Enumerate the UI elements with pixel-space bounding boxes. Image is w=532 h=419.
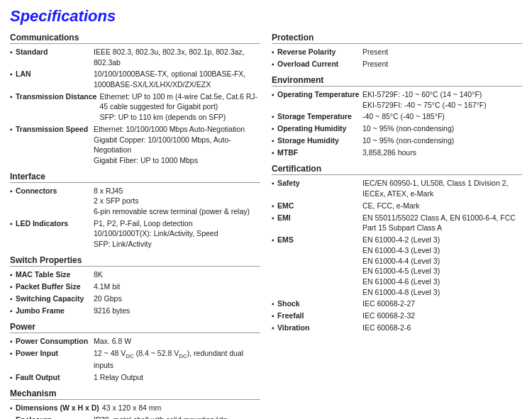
bullet: ▪ xyxy=(10,349,16,359)
bullet: ▪ xyxy=(272,201,277,211)
list-item: ▪ EMS EN 61000-4-2 (Level 3)EN 61000-4-3… xyxy=(272,235,522,297)
section-certification: Certification xyxy=(272,164,522,175)
spec-value: 8 x RJ452 x SFP ports6-pin removable scr… xyxy=(94,186,260,217)
spec-value: 10 ~ 95% (non-condensing) xyxy=(362,135,522,146)
bullet: ▪ xyxy=(10,69,16,79)
spec-label: Storage Humidity xyxy=(277,135,362,146)
bullet: ▪ xyxy=(10,125,16,135)
power-list: ▪ Power Consumption Max. 6.8 W ▪ Power I… xyxy=(10,336,260,383)
list-item: ▪ Switching Capacity 20 Gbps xyxy=(10,294,260,304)
spec-value: 10/100/1000BASE-TX, optional 100BASE-FX,… xyxy=(94,69,260,89)
bullet: ▪ xyxy=(272,299,277,309)
columns: Communications ▪ Standard IEEE 802.3, 80… xyxy=(10,33,522,419)
bullet: ▪ xyxy=(10,282,16,292)
spec-value: 12 ~ 48 VDC (8.4 ~ 52.8 VDC), redundant … xyxy=(94,348,260,371)
list-item: ▪ EMC CE, FCC, e-Mark xyxy=(272,201,522,211)
bullet: ▪ xyxy=(10,373,16,383)
spec-value: Ethernet: UP to 100 m (4-wire Cat.5e, Ca… xyxy=(99,91,260,123)
list-item: ▪ Transmission Speed Ethernet: 10/100/10… xyxy=(10,124,260,166)
list-item: ▪ Freefall IEC 60068-2-32 xyxy=(272,311,522,321)
page-title: Specifications xyxy=(10,7,522,26)
spec-value: 4.1M bit xyxy=(94,281,260,292)
spec-label: Power Input xyxy=(16,348,94,359)
spec-value: CE, FCC, e-Mark xyxy=(362,201,522,211)
list-item: ▪ Safety IEC/EN 60950-1, UL508, Class 1 … xyxy=(272,178,522,199)
bullet: ▪ xyxy=(10,48,16,57)
bullet: ▪ xyxy=(272,311,277,321)
section-switch-properties: Switch Properties xyxy=(10,255,260,267)
main-content: Specifications Communications ▪ Standard… xyxy=(0,0,532,419)
bullet: ▪ xyxy=(272,48,277,57)
spec-value: IEC 60068-2-27 xyxy=(362,298,522,309)
spec-label: Enclosure xyxy=(16,415,94,419)
section-communications: Communications xyxy=(10,33,260,44)
list-item: ▪ Enclosure IP30, metal shell with solid… xyxy=(10,415,260,419)
bullet: ▪ xyxy=(10,337,16,347)
spec-label: MTBF xyxy=(277,147,362,158)
spec-label: Safety xyxy=(277,178,362,189)
list-item: ▪ Jumbo Frame 9216 bytes xyxy=(10,306,260,316)
communications-list: ▪ Standard IEEE 802.3, 802.3u, 802.3x, 8… xyxy=(10,47,260,166)
bullet: ▪ xyxy=(10,294,16,304)
spec-label: EMI xyxy=(277,213,362,223)
list-item: ▪ MAC Table Size 8K xyxy=(10,269,260,280)
list-item: ▪ Dimensions (W x H x D) 43 x 120 x 84 m… xyxy=(10,403,260,413)
spec-value: Present xyxy=(362,47,522,57)
spec-value: P1, P2, P-Fail, Loop detection10/100/100… xyxy=(94,218,260,250)
spec-value: -40 ~ 85°C (-40 ~ 185°F) xyxy=(362,111,522,122)
spec-label: Vibration xyxy=(277,323,362,333)
spec-label: Jumbo Frame xyxy=(16,306,94,316)
spec-value: IEC 60068-2-32 xyxy=(362,311,522,321)
spec-label: Switching Capacity xyxy=(16,294,94,304)
list-item: ▪ Fault Output 1 Relay Output xyxy=(10,372,260,383)
environment-list: ▪ Operating Temperature EKI-5729F: -10 ~… xyxy=(272,89,522,158)
bullet: ▪ xyxy=(10,415,16,419)
list-item: ▪ Power Input 12 ~ 48 VDC (8.4 ~ 52.8 VD… xyxy=(10,348,260,371)
bullet: ▪ xyxy=(10,270,16,280)
bullet: ▪ xyxy=(272,90,277,100)
list-item: ▪ MTBF 3,858,286 hours xyxy=(272,147,522,158)
spec-label: Operating Temperature xyxy=(277,89,362,100)
section-interface: Interface xyxy=(10,172,260,183)
bullet: ▪ xyxy=(272,235,277,245)
spec-label: MAC Table Size xyxy=(16,269,94,280)
spec-label: Transmission Distance xyxy=(16,91,99,102)
list-item: ▪ Operating Humidity 10 ~ 95% (non-conde… xyxy=(272,123,522,134)
bullet: ▪ xyxy=(10,92,16,102)
switch-list: ▪ MAC Table Size 8K ▪ Packet Buffer Size… xyxy=(10,269,260,316)
spec-label: Reverse Polarity xyxy=(277,47,362,57)
spec-label: EMS xyxy=(277,235,362,245)
spec-label: LED Indicators xyxy=(16,218,94,229)
spec-value: 8K xyxy=(94,269,260,280)
spec-value: Max. 6.8 W xyxy=(94,336,260,347)
bullet: ▪ xyxy=(272,124,277,134)
list-item: ▪ LED Indicators P1, P2, P-Fail, Loop de… xyxy=(10,218,260,250)
list-item: ▪ Standard IEEE 802.3, 802.3u, 802.3x, 8… xyxy=(10,47,260,67)
mechanism-list: ▪ Dimensions (W x H x D) 43 x 120 x 84 m… xyxy=(10,403,260,419)
section-mechanism: Mechanism xyxy=(10,389,260,400)
spec-value: 20 Gbps xyxy=(94,294,260,304)
list-item: ▪ Storage Temperature -40 ~ 85°C (-40 ~ … xyxy=(272,111,522,122)
spec-label: Connectors xyxy=(16,186,94,196)
bullet: ▪ xyxy=(10,219,16,229)
spec-value: 1 Relay Output xyxy=(94,372,260,383)
section-environment: Environment xyxy=(272,75,522,86)
list-item: ▪ Packet Buffer Size 4.1M bit xyxy=(10,281,260,292)
spec-label: Packet Buffer Size xyxy=(16,281,94,292)
bullet: ▪ xyxy=(10,306,16,316)
col-right: Protection ▪ Reverse Polarity Present ▪ … xyxy=(272,33,522,419)
spec-label: Dimensions (W x H x D) xyxy=(16,403,102,413)
bullet: ▪ xyxy=(272,136,277,146)
bullet: ▪ xyxy=(272,148,277,158)
spec-value: EN 55011/55022 Class A, EN 61000-6-4, FC… xyxy=(362,213,522,233)
list-item: ▪ Power Consumption Max. 6.8 W xyxy=(10,336,260,347)
spec-label: Freefall xyxy=(277,311,362,321)
certification-list: ▪ Safety IEC/EN 60950-1, UL508, Class 1 … xyxy=(272,178,522,333)
spec-label: Storage Temperature xyxy=(277,111,362,122)
bullet: ▪ xyxy=(10,186,16,196)
bullet: ▪ xyxy=(272,112,277,122)
section-power: Power xyxy=(10,322,260,333)
list-item: ▪ Overload Current Present xyxy=(272,59,522,69)
list-item: ▪ Transmission Distance Ethernet: UP to … xyxy=(10,91,260,123)
spec-label: Shock xyxy=(277,298,362,309)
